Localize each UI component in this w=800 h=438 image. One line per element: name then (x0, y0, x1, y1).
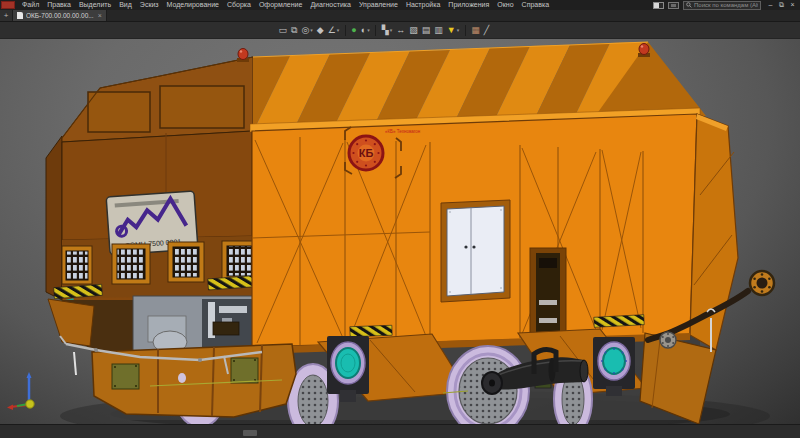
toolbar-separator (375, 25, 376, 36)
tab-close-icon[interactable]: × (97, 12, 102, 19)
measure-tool-icon[interactable]: ∠▾ (326, 24, 341, 37)
layers-icon[interactable]: ▥ (433, 24, 445, 37)
menu-item-1[interactable]: Файл (18, 0, 43, 10)
command-search-input[interactable] (694, 2, 758, 8)
shaded-render-icon[interactable]: ● (350, 24, 358, 37)
selection-mode-icon[interactable]: ▚▾ (380, 24, 393, 37)
select-tool-icon[interactable]: ◆ (315, 24, 325, 37)
search-icon (686, 2, 692, 8)
command-search[interactable] (683, 1, 761, 10)
menu-item-13[interactable]: Окно (493, 0, 517, 10)
menu-bar: ФайлПравкаВыделитьВидЭскизМоделированиеС… (0, 0, 800, 10)
close-button[interactable]: × (787, 0, 798, 10)
menu-bar-right: –⧉× (653, 0, 798, 10)
menu-item-4[interactable]: Вид (115, 0, 136, 10)
new-tab-button[interactable]: + (0, 10, 13, 21)
document-icon (17, 12, 23, 19)
menu-item-9[interactable]: Диагностика (306, 0, 355, 10)
menu-item-3[interactable]: Выделить (75, 0, 115, 10)
origin-triad (7, 372, 34, 410)
window-controls: –⧉× (765, 0, 798, 10)
sketch-mode-icon[interactable]: ╱ (482, 24, 490, 37)
minimize-button[interactable]: – (765, 0, 776, 10)
menu-item-7[interactable]: Сборка (223, 0, 255, 10)
menu-bar-items: ФайлПравкаВыделитьВидЭскизМоделированиеС… (18, 0, 553, 10)
menu-item-10[interactable]: Управление (355, 0, 402, 10)
toolbar-separator (345, 25, 346, 36)
menu-item-14[interactable]: Справка (518, 0, 553, 10)
model-canvas[interactable]: ТЭМН-7500 0001 (0, 39, 800, 424)
model-end-wall[interactable] (690, 114, 738, 350)
display-mode-icon[interactable]: ◐▾ (359, 24, 371, 37)
copy-view-icon[interactable]: ⧉ (290, 24, 299, 37)
zoom-tool-icon[interactable]: ◎▾ (300, 24, 314, 37)
app-icon[interactable] (1, 1, 15, 9)
status-bar (0, 424, 800, 438)
menu-item-8[interactable]: Оформление (255, 0, 306, 10)
emblem-text: КБ (359, 147, 374, 159)
menu-item-6[interactable]: Моделирование (163, 0, 223, 10)
hazard-stripe (350, 325, 392, 336)
menu-item-2[interactable]: Правка (43, 0, 75, 10)
brand-text: «КБ» Техновагон (385, 129, 421, 134)
screen-capture-icon[interactable] (668, 2, 679, 9)
tab-title: ОКБ-700.00.00.00.00... (26, 12, 94, 19)
model-door[interactable] (441, 200, 510, 302)
cad-application-window: ФайлПравкаВыделитьВидЭскизМоделированиеС… (0, 0, 800, 438)
menu-item-5[interactable]: Эскиз (136, 0, 163, 10)
menu-item-11[interactable]: Настройка (402, 0, 444, 10)
view-toolbar: ▭⧉◎▾◆∠▾●◐▾▚▾↔▧▤▥▼▾▦╱ (0, 22, 800, 39)
menu-item-12[interactable]: Приложения (444, 0, 493, 10)
model-front-cab[interactable]: ТЭМН-7500 0001 (46, 57, 264, 307)
document-tab[interactable]: ОКБ-700.00.00.00.00... × (13, 10, 107, 21)
restore-button[interactable]: ⧉ (776, 0, 787, 10)
filter-icon[interactable]: ▼▾ (445, 24, 460, 37)
theme-toggle-icon[interactable] (653, 2, 664, 9)
fit-view-icon[interactable]: ↔ (395, 24, 407, 37)
toolbar-items: ▭⧉◎▾◆∠▾●◐▾▚▾↔▧▤▥▼▾▦╱ (277, 24, 491, 37)
3d-viewport[interactable]: ТЭМН-7500 0001 (0, 39, 800, 424)
section-view-icon[interactable]: ▦ (470, 24, 482, 37)
projection-icon[interactable]: ▧ (408, 24, 420, 37)
statusbar-handle[interactable] (243, 430, 257, 436)
float-panel-icon[interactable]: ▭ (277, 24, 289, 37)
model-machinery[interactable] (48, 296, 257, 353)
toolbar-separator (465, 25, 466, 36)
brake-drum-right[interactable] (593, 337, 635, 396)
sheet-icon[interactable]: ▤ (420, 24, 432, 37)
document-tab-bar: + ОКБ-700.00.00.00.00... × (0, 10, 800, 22)
brake-drum-left[interactable] (327, 336, 369, 402)
